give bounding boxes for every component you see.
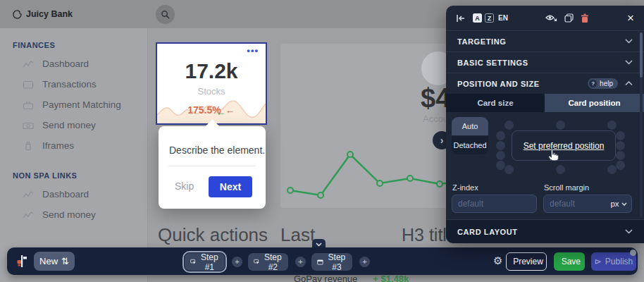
add-step-button[interactable]: + xyxy=(359,257,370,267)
publish-button[interactable]: ⊳ Publish xyxy=(591,252,636,271)
unit-select[interactable]: px xyxy=(606,195,632,213)
anchor-dot[interactable] xyxy=(496,141,505,150)
sidebar-item-label: Dashboard xyxy=(42,189,89,200)
set-preferred-position-link[interactable]: Set preferred position xyxy=(524,141,605,151)
line-chart-icon xyxy=(23,210,34,220)
quick-actions-heading: Quick actions xyxy=(158,224,268,246)
cursor-card-icon xyxy=(190,257,197,266)
card-menu-dots-icon[interactable]: ••• xyxy=(247,45,259,56)
sidebar: FINANCES Dashboard Transactions Payment … xyxy=(0,28,148,282)
tooltip-divider xyxy=(168,166,256,166)
help-label: help xyxy=(600,80,613,87)
screen: Juicy Bank FINANCES Dashboard Transactio… xyxy=(0,0,644,282)
juicy-bank-logo xyxy=(13,10,22,19)
scroll-margin-input[interactable] xyxy=(543,195,607,213)
anchor-dot[interactable] xyxy=(616,161,625,170)
brand-label: Juicy Bank xyxy=(26,9,73,19)
section-targeting[interactable]: TARGETING xyxy=(446,31,644,52)
stocks-change: 175.5%←← xyxy=(157,104,266,116)
question-icon: ? xyxy=(589,80,597,87)
anchor-dot[interactable] xyxy=(616,141,625,150)
search-button[interactable] xyxy=(156,5,175,24)
skip-button[interactable]: Skip xyxy=(175,180,194,192)
preview-button[interactable]: Preview xyxy=(506,252,547,271)
preferred-position-area: Set preferred position xyxy=(512,130,616,161)
publish-icon: ⊳ xyxy=(595,257,602,266)
account-line-markers xyxy=(287,152,442,198)
sidebar-item-iframes[interactable]: Iframes xyxy=(0,135,147,156)
box-icon xyxy=(23,80,34,90)
preview-label: Preview xyxy=(513,257,543,266)
search-icon xyxy=(161,10,170,19)
sidebar-item-dashboard[interactable]: Dashboard xyxy=(0,54,147,74)
anchor-dot[interactable] xyxy=(504,121,514,130)
scrollbar-thumb[interactable] xyxy=(640,32,643,78)
anchor-dot[interactable] xyxy=(504,165,514,174)
sidebar-section-title: FINANCES xyxy=(0,35,147,54)
brand: Juicy Bank xyxy=(13,9,73,19)
sidebar-item-transactions[interactable]: Transactions xyxy=(0,74,147,94)
floppy-icon xyxy=(558,258,559,266)
cash-icon xyxy=(23,121,34,130)
card-icon xyxy=(317,258,323,266)
save-button[interactable]: Save xyxy=(554,252,585,271)
tour-builder-bar: New ⇅ Step #1 + Step #2 + Step #3 + ⚙ Pr… xyxy=(7,247,638,275)
anchor-dot[interactable] xyxy=(556,121,565,130)
anchor-dot[interactable] xyxy=(616,151,625,160)
next-button[interactable]: Next xyxy=(209,176,252,197)
detached-mode-button[interactable]: Detached xyxy=(452,136,488,154)
step-3-button[interactable]: Step #3 xyxy=(311,253,352,271)
swap-icon: ⇅ xyxy=(61,256,69,266)
step-2-button[interactable]: Step #2 xyxy=(248,253,288,271)
tab-card-size[interactable]: Card size xyxy=(446,94,545,112)
sidebar-item-send-money-nonspa[interactable]: Send money xyxy=(0,204,147,225)
section-card-layout[interactable]: CARD LAYOUT xyxy=(446,219,644,243)
chevron-right-icon: › xyxy=(440,135,444,146)
collapse-panel-icon[interactable] xyxy=(456,14,466,23)
account-line xyxy=(290,154,472,195)
sidebar-item-label: Send money xyxy=(42,120,96,130)
publish-badge xyxy=(630,250,636,256)
gear-icon[interactable]: ⚙ xyxy=(493,255,502,267)
arrow-left-red-icon: ← xyxy=(225,104,235,116)
tour-tooltip: Describe the element. Skip Next xyxy=(159,126,266,209)
new-label: New xyxy=(39,256,58,266)
section-label: CARD LAYOUT xyxy=(457,228,518,236)
sidebar-item-send-money[interactable]: Send money xyxy=(0,115,147,135)
arrow-left-green-icon: ← xyxy=(216,106,226,118)
section-basic-settings[interactable]: BASIC SETTINGS xyxy=(446,52,644,73)
help-badge[interactable]: ? help xyxy=(588,78,618,89)
new-button[interactable]: New ⇅ xyxy=(34,252,75,271)
panel-scrollbar[interactable] xyxy=(640,32,643,218)
section-position-and-size[interactable]: POSITION AND SIZE ? help xyxy=(446,73,644,94)
sidebar-section-title: NON SPA LINKS xyxy=(0,166,147,184)
add-step-button[interactable]: + xyxy=(295,257,306,267)
anchor-dot[interactable] xyxy=(556,165,565,174)
sidebar-item-label: Iframes xyxy=(42,140,74,151)
duplicate-icon[interactable] xyxy=(564,13,574,23)
briefcase-icon xyxy=(23,100,34,110)
anchor-dot[interactable] xyxy=(616,131,625,140)
chevron-down-icon xyxy=(625,60,633,65)
step-1-button[interactable]: Step #1 xyxy=(185,253,225,271)
add-step-button[interactable]: + xyxy=(232,257,242,267)
anchor-dot[interactable] xyxy=(496,151,505,160)
chevron-down-icon xyxy=(621,202,627,206)
sidebar-item-label: Payment Matching xyxy=(42,99,121,110)
sidebar-item-dashboard-nonspa[interactable]: Dashboard xyxy=(0,184,147,204)
spotlight-card-stocks[interactable]: ••• 17.2k Stocks 175.5%←← xyxy=(156,42,267,125)
anchor-dot[interactable] xyxy=(607,165,617,174)
last-heading: Last xyxy=(280,224,315,246)
translate-icon[interactable]: A Z EN xyxy=(473,13,508,23)
preview-card-icon[interactable] xyxy=(545,13,557,23)
tab-card-position[interactable]: Card position xyxy=(545,94,644,112)
anchor-dot[interactable] xyxy=(496,131,505,140)
delete-icon[interactable] xyxy=(581,13,589,23)
sidebar-item-payment-matching[interactable]: Payment Matching xyxy=(0,94,147,115)
sidebar-item-label: Transactions xyxy=(42,79,97,90)
auto-mode-button[interactable]: Auto xyxy=(452,117,488,135)
zindex-input[interactable] xyxy=(452,195,537,213)
close-icon[interactable]: × xyxy=(627,11,634,25)
anchor-dot[interactable] xyxy=(607,121,617,130)
editor-panel: A Z EN × TARGETING BASIC SETTINGS xyxy=(446,6,644,243)
